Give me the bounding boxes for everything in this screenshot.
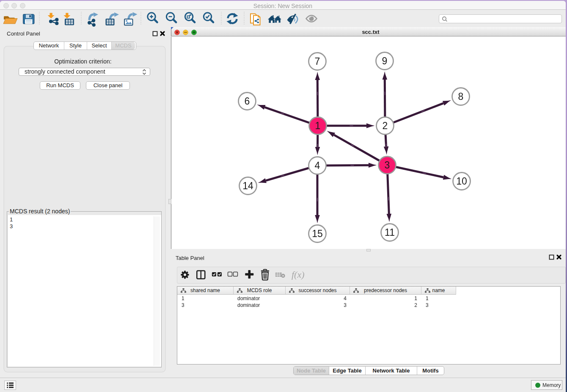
svg-text:3: 3: [385, 160, 390, 171]
svg-text:8: 8: [458, 91, 464, 102]
svg-text:2: 2: [383, 120, 388, 131]
svg-text:1: 1: [315, 120, 321, 131]
svg-text:4: 4: [315, 160, 320, 171]
svg-text:7: 7: [315, 56, 320, 67]
svg-text:11: 11: [385, 227, 395, 238]
svg-text:14: 14: [242, 180, 253, 191]
svg-text:9: 9: [382, 55, 388, 66]
svg-text:f(x): f(x): [292, 269, 305, 280]
svg-text:15: 15: [312, 228, 323, 239]
svg-text:10: 10: [456, 176, 467, 187]
svg-text:6: 6: [245, 96, 250, 107]
